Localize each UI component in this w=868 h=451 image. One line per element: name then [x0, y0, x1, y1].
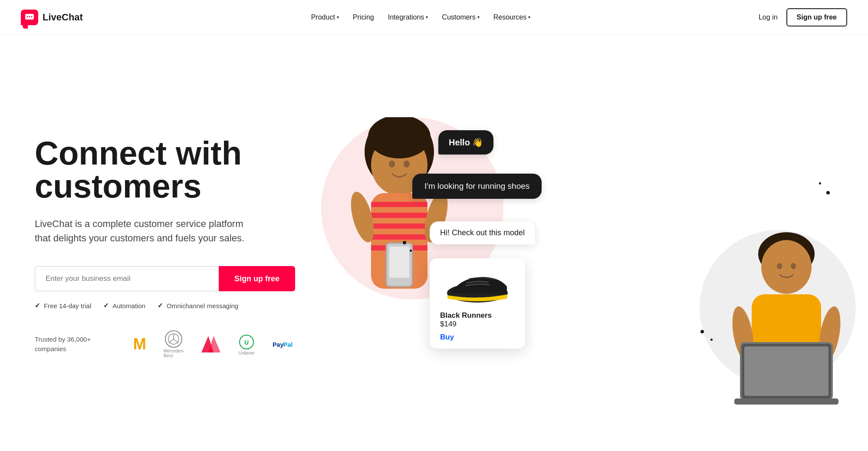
login-button[interactable]: Log in [759, 13, 778, 21]
unilever-logo: U Unilever [238, 333, 255, 356]
hero-subtitle: LiveChat is a complete customer service … [35, 217, 260, 245]
chat-bubble-reply: Hi! Check out this model [430, 221, 535, 244]
product-price: $149 [440, 320, 515, 329]
product-card: Black Runners $149 Buy [430, 258, 525, 349]
svg-line-7 [174, 339, 178, 343]
hero-section: Connect with customers LiveChat is a com… [0, 35, 868, 451]
nav-actions: Log in Sign up free [759, 8, 847, 26]
svg-rect-37 [744, 346, 829, 396]
decorative-dot-3 [700, 330, 704, 333]
man-figure [704, 226, 852, 391]
trust-section: Trusted by 36,000+ companies M Mercede [35, 309, 295, 358]
product-shoe-image [443, 267, 512, 306]
nav-links: Product ▾ Pricing Integrations ▾ Custome… [311, 13, 531, 21]
trust-label: Trusted by 36,000+ companies [35, 335, 112, 354]
svg-rect-21 [371, 213, 427, 218]
product-buy-button[interactable]: Buy [440, 333, 515, 342]
svg-line-6 [169, 339, 174, 343]
svg-point-30 [761, 240, 812, 294]
decorative-dot-4 [710, 339, 713, 341]
feature-trial: ✓ Free 14-day trial [35, 302, 91, 309]
svg-point-17 [404, 161, 410, 168]
check-icon: ✓ [158, 302, 163, 309]
svg-text:Pal: Pal [283, 342, 293, 349]
chevron-down-icon: ▾ [426, 15, 428, 20]
nav-resources[interactable]: Resources ▾ [493, 13, 530, 21]
chevron-down-icon: ▾ [477, 15, 480, 20]
paypal-logo: Pay Pal [273, 337, 295, 351]
decorative-dot-5 [819, 182, 821, 184]
svg-point-16 [389, 161, 395, 168]
nav-product[interactable]: Product ▾ [311, 13, 339, 21]
svg-point-3 [31, 16, 33, 17]
product-name: Black Runners [440, 311, 515, 320]
nav-pricing[interactable]: Pricing [353, 13, 374, 21]
chevron-down-icon: ▾ [528, 15, 530, 20]
navbar: LiveChat Product ▾ Pricing Integrations … [0, 0, 868, 35]
hero-features: ✓ Free 14-day trial ✓ Automation ✓ Omnic… [35, 302, 295, 309]
logo-icon [21, 10, 38, 25]
logo-text: LiveChat [43, 12, 83, 23]
signup-nav-button[interactable]: Sign up free [786, 8, 847, 26]
svg-text:Pay: Pay [273, 342, 283, 349]
mcdonalds-logo: M [133, 336, 146, 352]
chat-bubble-user: I'm looking for running shoes [412, 174, 542, 199]
hero-headline: Connect with customers [35, 137, 295, 203]
check-icon: ✓ [103, 302, 109, 309]
decorative-dot-6 [826, 191, 830, 194]
svg-point-2 [29, 16, 30, 17]
chat-bubble-hello: Hello 👋 [438, 130, 493, 155]
nav-integrations[interactable]: Integrations ▾ [388, 13, 428, 21]
decorative-dot-1 [403, 241, 406, 244]
mercedes-logo: Mercedes-Benz [164, 330, 184, 358]
svg-point-32 [791, 263, 796, 269]
decorative-dot-2 [410, 250, 412, 252]
svg-rect-20 [371, 202, 427, 207]
hero-illustration: Hello 👋 I'm looking for running shoes Hi… [295, 95, 847, 399]
svg-point-1 [27, 16, 28, 17]
trust-logos: M Mercedes-Benz [133, 330, 295, 358]
adobe-logo [201, 336, 220, 352]
logo-svg [25, 13, 34, 21]
hero-content: Connect with customers LiveChat is a com… [35, 137, 295, 358]
svg-rect-28 [389, 247, 409, 278]
svg-rect-38 [734, 398, 838, 405]
nav-customers[interactable]: Customers ▾ [442, 13, 479, 21]
feature-omnichannel: ✓ Omnichannel messaging [158, 302, 238, 309]
headline-customers: customers [35, 170, 201, 203]
signup-hero-button[interactable]: Sign up free [219, 266, 295, 291]
svg-point-31 [777, 263, 782, 269]
chevron-down-icon: ▾ [337, 15, 339, 20]
email-form: Sign up free [35, 266, 295, 291]
svg-text:U: U [244, 339, 249, 346]
email-input[interactable] [35, 266, 219, 291]
svg-rect-22 [371, 224, 427, 229]
svg-rect-23 [371, 234, 427, 240]
logo[interactable]: LiveChat [21, 10, 83, 25]
check-icon: ✓ [35, 302, 40, 309]
feature-automation: ✓ Automation [103, 302, 145, 309]
